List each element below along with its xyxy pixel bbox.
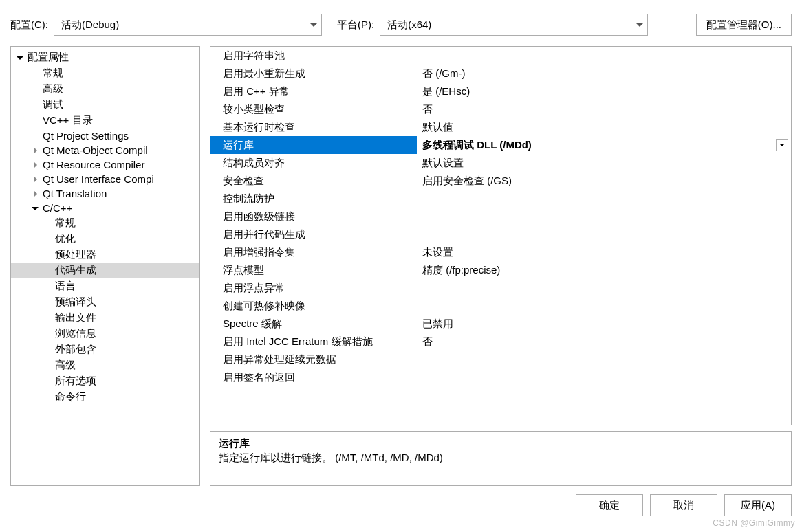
tree-item[interactable]: 优化 — [11, 231, 199, 247]
property-grid[interactable]: 启用字符串池启用最小重新生成否 (/Gm-)启用 C++ 异常是 (/EHsc)… — [210, 46, 792, 425]
property-value[interactable] — [417, 208, 791, 225]
property-value[interactable]: 默认设置 — [417, 154, 791, 172]
tree-item[interactable]: 调试 — [11, 97, 199, 113]
property-value[interactable] — [417, 47, 791, 65]
platform-label: 平台(P): — [337, 19, 374, 32]
tree-item[interactable]: VC++ 目录 — [11, 113, 199, 129]
property-key: 较小类型检查 — [210, 100, 417, 118]
tree-item-label: 代码生成 — [55, 264, 96, 277]
property-key: 安全检查 — [210, 172, 417, 190]
description-panel: 运行库 指定运行库以进行链接。 (/MT, /MTd, /MD, /MDd) — [210, 431, 792, 486]
tree-item[interactable]: 语言 — [11, 278, 199, 294]
tree-item[interactable]: 高级 — [11, 81, 199, 97]
property-value[interactable]: 启用安全检查 (/GS) — [417, 172, 791, 190]
ok-button[interactable]: 确定 — [576, 494, 643, 516]
property-key: 运行库 — [210, 136, 417, 154]
property-row[interactable]: 启用 C++ 异常是 (/EHsc) — [210, 82, 791, 100]
property-value[interactable]: 是 (/EHsc) — [417, 82, 791, 100]
tree-item[interactable]: C/C++ — [11, 201, 199, 215]
property-value[interactable] — [417, 351, 791, 368]
tree-item-label: 预编译头 — [55, 296, 96, 309]
config-dropdown[interactable]: 活动(Debug) — [54, 14, 322, 36]
tree-item-label: 高级 — [43, 82, 63, 96]
apply-label: 应用(A) — [741, 499, 775, 512]
property-value[interactable]: 多线程调试 DLL (/MDd) — [417, 136, 791, 154]
tree-arrow-closed-icon — [30, 146, 40, 155]
property-key: 创建可热修补映像 — [210, 297, 417, 315]
tree-item-label: 调试 — [43, 98, 63, 111]
property-value[interactable]: 精度 (/fp:precise) — [417, 261, 791, 279]
property-value[interactable] — [417, 190, 791, 208]
tree-item[interactable]: Qt Meta-Object Compil — [11, 143, 199, 157]
platform-dropdown[interactable]: 活动(x64) — [380, 14, 648, 36]
tree-item[interactable]: 常规 — [11, 215, 199, 231]
chevron-down-icon — [779, 144, 785, 146]
tree-item-label: 常规 — [55, 217, 76, 230]
property-row[interactable]: 基本运行时检查默认值 — [210, 118, 791, 136]
property-key: 启用字符串池 — [210, 47, 417, 65]
property-row[interactable]: 启用异常处理延续元数据 — [210, 351, 791, 368]
tree-item[interactable]: 命令行 — [11, 389, 199, 405]
tree-item[interactable]: 预编译头 — [11, 294, 199, 310]
property-value[interactable]: 默认值 — [417, 118, 791, 136]
config-manager-button[interactable]: 配置管理器(O)... — [696, 14, 792, 36]
property-row[interactable]: 启用函数级链接 — [210, 208, 791, 225]
tree-item[interactable]: Qt Translation — [11, 186, 199, 201]
property-value[interactable]: 否 (/Gm-) — [417, 65, 791, 82]
tree-item[interactable]: Qt Project Settings — [11, 129, 199, 143]
property-row[interactable]: 运行库多线程调试 DLL (/MDd) — [210, 136, 791, 154]
bottom-bar: 确定 取消 应用(A) — [0, 486, 802, 524]
property-row[interactable]: 安全检查启用安全检查 (/GS) — [210, 172, 791, 190]
property-value[interactable]: 否 — [417, 333, 791, 351]
sidebar-tree[interactable]: 配置属性常规高级调试VC++ 目录Qt Project SettingsQt M… — [10, 46, 200, 486]
ok-label: 确定 — [599, 499, 620, 512]
property-row[interactable]: 启用最小重新生成否 (/Gm-) — [210, 65, 791, 82]
property-value[interactable]: 未设置 — [417, 243, 791, 261]
property-row[interactable]: 较小类型检查否 — [210, 100, 791, 118]
property-row[interactable]: 启用浮点异常 — [210, 279, 791, 297]
property-row[interactable]: 启用增强指令集未设置 — [210, 243, 791, 261]
property-value[interactable] — [417, 297, 791, 315]
tree-item-label: 外部包含 — [55, 343, 96, 356]
property-row[interactable]: 启用签名的返回 — [210, 368, 791, 386]
tree-item[interactable]: 浏览信息 — [11, 326, 199, 342]
property-value[interactable] — [417, 225, 791, 243]
tree-item[interactable]: 外部包含 — [11, 342, 199, 357]
tree-item[interactable]: 输出文件 — [11, 310, 199, 326]
property-row[interactable]: 启用并行代码生成 — [210, 225, 791, 243]
property-value[interactable] — [417, 279, 791, 297]
property-key: 启用最小重新生成 — [210, 65, 417, 82]
property-key: Spectre 缓解 — [210, 315, 417, 333]
config-manager-label: 配置管理器(O)... — [706, 19, 781, 32]
config-label: 配置(C): — [10, 19, 48, 32]
property-row[interactable]: 启用字符串池 — [210, 47, 791, 65]
tree-item-label: 高级 — [55, 359, 76, 372]
tree-item-label: 优化 — [55, 232, 76, 245]
tree-item[interactable]: 预处理器 — [11, 247, 199, 263]
description-title: 运行库 — [219, 437, 783, 450]
property-row[interactable]: 启用 Intel JCC Erratum 缓解措施否 — [210, 333, 791, 351]
property-key: 启用 C++ 异常 — [210, 82, 417, 100]
tree-item[interactable]: 配置属性 — [11, 49, 199, 65]
tree-item[interactable]: Qt Resource Compiler — [11, 157, 199, 172]
tree-item[interactable]: 所有选项 — [11, 373, 199, 389]
tree-item-label: VC++ 目录 — [43, 114, 93, 127]
property-value[interactable]: 否 — [417, 100, 791, 118]
property-value[interactable]: 已禁用 — [417, 315, 791, 333]
chevron-down-icon — [310, 23, 317, 27]
tree-item[interactable]: Qt User Interface Compi — [11, 172, 199, 186]
tree-item[interactable]: 高级 — [11, 357, 199, 373]
property-row[interactable]: 创建可热修补映像 — [210, 297, 791, 315]
cancel-button[interactable]: 取消 — [650, 494, 717, 516]
property-row[interactable]: 控制流防护 — [210, 190, 791, 208]
property-value[interactable] — [417, 368, 791, 386]
tree-item[interactable]: 代码生成 — [11, 263, 199, 278]
property-key: 启用浮点异常 — [210, 279, 417, 297]
tree-item-label: Qt Project Settings — [43, 130, 129, 142]
property-value-dropdown[interactable] — [776, 139, 788, 151]
property-row[interactable]: 结构成员对齐默认设置 — [210, 154, 791, 172]
property-row[interactable]: 浮点模型精度 (/fp:precise) — [210, 261, 791, 279]
property-row[interactable]: Spectre 缓解已禁用 — [210, 315, 791, 333]
tree-item[interactable]: 常规 — [11, 65, 199, 81]
apply-button[interactable]: 应用(A) — [724, 494, 792, 516]
